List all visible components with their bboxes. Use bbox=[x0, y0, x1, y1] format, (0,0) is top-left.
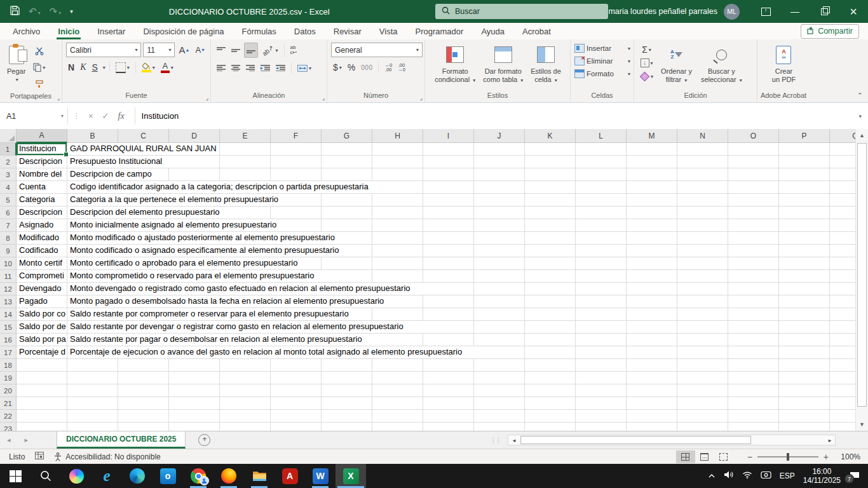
scrollbar-resize-handle[interactable]: ⋮⋮ bbox=[490, 437, 500, 444]
cell-A9[interactable]: Codificado bbox=[17, 245, 67, 257]
cell-B7[interactable]: Monto inicialmente asignado al elemento … bbox=[67, 219, 322, 232]
taskbar-app-edge[interactable] bbox=[122, 464, 153, 488]
cell-empty[interactable] bbox=[474, 181, 525, 194]
cell-empty[interactable] bbox=[271, 410, 322, 423]
cell-B12[interactable]: Monto devengado o registrado como gasto … bbox=[67, 283, 474, 295]
cell-empty[interactable] bbox=[576, 257, 627, 270]
cell-empty[interactable] bbox=[372, 232, 423, 245]
cell-empty[interactable] bbox=[677, 257, 728, 270]
cell-empty[interactable] bbox=[576, 194, 627, 207]
row-header-1[interactable]: 1 bbox=[0, 143, 17, 156]
increase-font-button[interactable]: A▲ bbox=[177, 43, 191, 57]
scroll-right-icon[interactable]: ▸ bbox=[824, 437, 835, 444]
save-icon[interactable] bbox=[10, 6, 20, 18]
row-header-18[interactable]: 18 bbox=[0, 359, 17, 372]
cell-empty[interactable] bbox=[728, 257, 779, 270]
cell-B10[interactable]: Monto certificado o aprobado para el ele… bbox=[67, 257, 322, 270]
cell-empty[interactable] bbox=[474, 321, 525, 334]
cell-empty[interactable] bbox=[576, 283, 627, 295]
cell-empty[interactable] bbox=[677, 423, 728, 431]
cell-empty[interactable] bbox=[322, 397, 372, 410]
cell-empty[interactable] bbox=[525, 181, 576, 194]
cell-empty[interactable] bbox=[779, 308, 830, 321]
comma-format-button[interactable]: 000 bbox=[359, 60, 374, 74]
cell-empty[interactable] bbox=[372, 207, 423, 219]
cell-empty[interactable] bbox=[677, 194, 728, 207]
cell-empty[interactable] bbox=[576, 168, 627, 181]
cell-empty[interactable] bbox=[728, 270, 779, 283]
cell-empty[interactable] bbox=[372, 245, 423, 257]
row-header-5[interactable]: 5 bbox=[0, 194, 17, 207]
cell-B8[interactable]: Monto modificado o ajustado posteriormen… bbox=[67, 232, 372, 245]
borders-button[interactable]: ▾ bbox=[114, 60, 132, 74]
cell-empty[interactable] bbox=[779, 181, 830, 194]
cell-empty[interactable] bbox=[728, 283, 779, 295]
cell-empty[interactable] bbox=[322, 384, 372, 397]
cell-empty[interactable] bbox=[525, 410, 576, 423]
cell-A3[interactable]: Nombre del bbox=[17, 168, 67, 181]
font-color-button[interactable]: A ▾ bbox=[159, 60, 175, 74]
column-header-C[interactable]: C bbox=[118, 129, 169, 143]
cell-empty[interactable] bbox=[271, 207, 322, 219]
cell-empty[interactable] bbox=[220, 410, 271, 423]
cell-empty[interactable] bbox=[779, 168, 830, 181]
notification-center-button[interactable]: 7 bbox=[849, 471, 860, 481]
cell-empty[interactable] bbox=[779, 423, 830, 431]
row-header-6[interactable]: 6 bbox=[0, 207, 17, 219]
cell-empty[interactable] bbox=[677, 168, 728, 181]
cell-A13[interactable]: Pagado bbox=[17, 295, 67, 308]
decrease-font-button[interactable]: A▼ bbox=[193, 43, 207, 57]
row-header-7[interactable]: 7 bbox=[0, 219, 17, 232]
column-header-H[interactable]: H bbox=[372, 129, 423, 143]
row-header-9[interactable]: 9 bbox=[0, 245, 17, 257]
cell-empty[interactable] bbox=[627, 257, 677, 270]
cell-A11[interactable]: Comprometi bbox=[17, 270, 67, 283]
vertical-scrollbar[interactable]: ▲ ▼ bbox=[855, 129, 868, 431]
cell-empty[interactable] bbox=[830, 283, 855, 295]
cell-empty[interactable] bbox=[423, 423, 474, 431]
cell-empty[interactable] bbox=[525, 156, 576, 168]
cell-empty[interactable] bbox=[474, 245, 525, 257]
cell-empty[interactable] bbox=[677, 295, 728, 308]
avatar[interactable]: ML bbox=[724, 4, 740, 20]
cell-empty[interactable] bbox=[423, 397, 474, 410]
cell-A16[interactable]: Saldo por pa bbox=[17, 334, 67, 346]
cell-empty[interactable] bbox=[627, 232, 677, 245]
row-header-22[interactable]: 22 bbox=[0, 410, 17, 423]
row-header-19[interactable]: 19 bbox=[0, 372, 17, 384]
cell-empty[interactable] bbox=[271, 423, 322, 431]
font-size-combo[interactable]: 11 ▾ bbox=[143, 43, 175, 57]
cell-empty[interactable] bbox=[525, 245, 576, 257]
cell-empty[interactable] bbox=[220, 168, 271, 181]
cell-empty[interactable] bbox=[67, 384, 118, 397]
cell-empty[interactable] bbox=[830, 207, 855, 219]
cell-empty[interactable] bbox=[271, 359, 322, 372]
cell-empty[interactable] bbox=[372, 270, 423, 283]
cell-empty[interactable] bbox=[576, 321, 627, 334]
cell-empty[interactable] bbox=[322, 156, 372, 168]
cell-empty[interactable] bbox=[779, 143, 830, 156]
ribbon-tab-acrobat[interactable]: Acrobat bbox=[513, 23, 560, 39]
cell-empty[interactable] bbox=[474, 168, 525, 181]
sheet-nav-right-icon[interactable]: ▸ bbox=[18, 436, 36, 444]
number-format-combo[interactable]: General ▾ bbox=[331, 43, 423, 57]
chevron-down-icon[interactable]: ▾ bbox=[103, 65, 105, 71]
taskbar-app-excel[interactable]: X bbox=[336, 464, 366, 488]
cell-empty[interactable] bbox=[576, 384, 627, 397]
cell-empty[interactable] bbox=[677, 143, 728, 156]
cell-empty[interactable] bbox=[372, 359, 423, 372]
cell-empty[interactable] bbox=[627, 168, 677, 181]
cell-empty[interactable] bbox=[677, 156, 728, 168]
cell-empty[interactable] bbox=[728, 359, 779, 372]
cell-empty[interactable] bbox=[830, 384, 855, 397]
row-header-13[interactable]: 13 bbox=[0, 295, 17, 308]
tray-expand-icon[interactable] bbox=[708, 470, 715, 482]
enter-icon[interactable]: ✓ bbox=[102, 111, 109, 121]
cell-empty[interactable] bbox=[372, 257, 423, 270]
cell-empty[interactable] bbox=[423, 270, 474, 283]
ribbon-tab-insertar[interactable]: Insertar bbox=[88, 23, 134, 39]
cell-empty[interactable] bbox=[830, 245, 855, 257]
cell-empty[interactable] bbox=[220, 156, 271, 168]
align-right-button[interactable] bbox=[244, 61, 257, 75]
scroll-down-icon[interactable]: ▼ bbox=[856, 418, 868, 431]
